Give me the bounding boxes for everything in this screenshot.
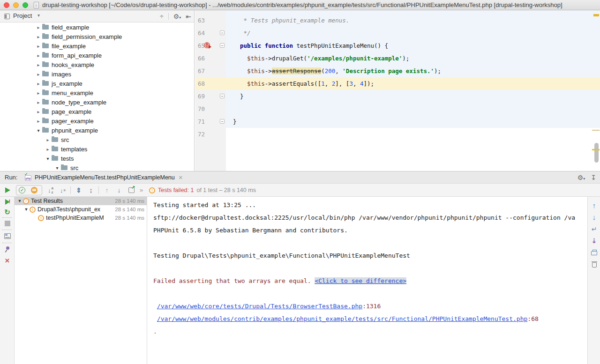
fold-marker-icon[interactable] xyxy=(220,43,225,48)
gear-icon[interactable]: ⚙▾ xyxy=(173,13,181,20)
next-failed-test-icon[interactable]: ↓ xyxy=(114,184,124,197)
collapse-all-icon[interactable]: ÷ xyxy=(160,13,164,20)
close-run-panel-icon[interactable]: ✕ xyxy=(0,256,15,265)
up-the-stack-trace-icon[interactable]: ↑ xyxy=(588,201,600,210)
titlebar[interactable]: drupal-testing-workshop [~/Code/os/drupa… xyxy=(0,0,600,10)
collapse-arrow-icon[interactable]: ▼ xyxy=(23,207,30,212)
code-line-69[interactable]: 69 } xyxy=(195,90,600,103)
show-passed-icon[interactable]: ✓ xyxy=(17,184,27,197)
stacktrace-file-link[interactable]: /var/www/web/core/tests/Drupal/Tests/Bro… xyxy=(157,303,362,310)
tree-item-js_example[interactable]: ▸js_example xyxy=(0,79,194,88)
expand-arrow-icon[interactable]: ▸ xyxy=(35,44,42,49)
tree-item-pager_example[interactable]: ▸pager_example xyxy=(0,116,194,126)
code-line-64[interactable]: 64 */ xyxy=(195,27,600,39)
test-tree-row-2[interactable]: !testPhpUnitExampleM28 s 140 ms xyxy=(15,214,147,222)
sort-by-duration-icon[interactable]: ↓≡ xyxy=(58,184,68,197)
hide-panel-icon[interactable]: ⇤ xyxy=(186,13,191,20)
code-line-65[interactable]: 65! public function testPhpUnitExampleMe… xyxy=(195,39,600,52)
fold-marker-icon[interactable] xyxy=(220,30,225,35)
tree-item-node_type_example[interactable]: ▸node_type_example xyxy=(0,97,194,107)
expand-arrow-icon[interactable]: ▸ xyxy=(35,62,42,67)
expand-arrow-icon[interactable]: ▸ xyxy=(35,72,42,77)
expand-arrow-icon[interactable]: ▸ xyxy=(35,100,42,105)
tree-item-field_example[interactable]: ▸field_example xyxy=(0,22,194,32)
run-configuration-tab[interactable]: php✓ PHPUnitExampleMenuTest.testPhpUnitE… xyxy=(21,171,187,184)
scrollbar-warning-mark[interactable] xyxy=(592,130,600,131)
rerun-failed-tests-icon[interactable] xyxy=(0,198,15,206)
fold-marker-icon[interactable] xyxy=(220,94,225,98)
tree-item-hooks_example[interactable]: ▸hooks_example xyxy=(0,60,194,69)
code-line-70[interactable]: 70 xyxy=(195,103,600,115)
tree-item-src[interactable]: ▸src xyxy=(0,135,194,144)
tree-item-phpunit_example[interactable]: ▾phpunit_example xyxy=(0,126,194,135)
code-line-68[interactable]: 68 $this->assertEquals([1, 2], [3, 4]); xyxy=(195,77,600,90)
soft-wrap-icon[interactable]: ↵ xyxy=(588,224,600,234)
line-number[interactable]: 72 xyxy=(198,128,209,141)
line-number[interactable]: 64 xyxy=(198,27,209,39)
see-difference-link[interactable]: <Click to see difference> xyxy=(315,277,406,284)
expand-all-icon[interactable]: ⇕ xyxy=(74,184,83,197)
editor-scrollbar-thumb[interactable] xyxy=(594,143,599,163)
failed-test-run-icon[interactable]: ! xyxy=(204,42,210,48)
code-editor[interactable]: 63 * Tests phpunit_example menus.64 */65… xyxy=(195,10,600,171)
down-the-stack-trace-icon[interactable]: ↓ xyxy=(588,212,600,222)
tree-item-images[interactable]: ▸images xyxy=(0,69,194,79)
restore-layout-icon[interactable] xyxy=(0,232,15,240)
collapse-arrow-icon[interactable]: ▾ xyxy=(35,128,42,133)
collapse-arrow-icon[interactable]: ▾ xyxy=(44,156,52,161)
expand-arrow-icon[interactable]: ▸ xyxy=(35,90,42,96)
tree-item-tests[interactable]: ▾tests xyxy=(0,154,194,163)
previous-failed-test-icon[interactable]: ↑ xyxy=(102,184,112,197)
test-console[interactable]: Testing started at 13:25 ...sftp://docke… xyxy=(147,197,587,364)
expand-arrow-icon[interactable]: ▸ xyxy=(44,147,52,152)
collapse-arrow-icon[interactable]: ▾ xyxy=(53,165,61,171)
code-line-66[interactable]: 66 $this->drupalGet('/examples/phpunit-e… xyxy=(195,52,600,65)
tree-item-file_example[interactable]: ▸file_example xyxy=(0,41,194,51)
tree-item-page_example[interactable]: ▸page_example xyxy=(0,107,194,116)
project-view-dropdown-icon[interactable]: ▾ xyxy=(38,13,40,18)
tree-item-field_permission_example[interactable]: ▸field_permission_example xyxy=(0,32,194,41)
fold-marker-icon[interactable] xyxy=(220,119,225,124)
tree-item-menu_example[interactable]: ▸menu_example xyxy=(0,88,194,97)
expand-arrow-icon[interactable]: ▸ xyxy=(44,137,52,142)
line-number[interactable]: 69 xyxy=(198,90,209,103)
inspection-status-indicator[interactable] xyxy=(593,14,599,16)
show-ignored-icon[interactable] xyxy=(30,184,39,197)
line-number[interactable]: 71 xyxy=(198,115,209,128)
expand-arrow-icon[interactable]: ▸ xyxy=(35,53,42,58)
zoom-window-button[interactable] xyxy=(22,2,28,8)
tree-item-templates[interactable]: ▸templates xyxy=(0,144,194,154)
line-number[interactable]: 66 xyxy=(198,52,209,65)
expand-arrow-icon[interactable]: ▸ xyxy=(35,109,42,114)
test-tree-row-1[interactable]: ▼!Drupal\Tests\phpunit_ex28 s 140 ms xyxy=(15,205,147,214)
line-number[interactable]: 68 xyxy=(198,77,209,90)
stacktrace-file-link[interactable]: /var/www/web/modules/contrib/examples/ph… xyxy=(157,315,528,322)
code-line-72[interactable]: 72 xyxy=(195,128,600,141)
more-actions-icon[interactable]: » xyxy=(140,184,143,197)
expand-arrow-icon[interactable]: ▸ xyxy=(35,34,42,39)
project-panel-title[interactable]: Project xyxy=(13,12,32,19)
pin-tab-icon[interactable] xyxy=(0,245,15,253)
code-line-67[interactable]: 67 $this->assertResponse(200, 'Descripti… xyxy=(195,65,600,77)
tree-item-form_api_example[interactable]: ▸form_api_example xyxy=(0,51,194,60)
stop-button[interactable] xyxy=(0,219,15,228)
test-tree-row-0[interactable]: ▼!Test Results28 s 140 ms xyxy=(15,197,147,205)
print-icon[interactable] xyxy=(588,248,600,257)
expand-arrow-icon[interactable]: ▸ xyxy=(35,25,42,30)
close-tab-icon[interactable]: ✕ xyxy=(179,175,183,181)
expand-arrow-icon[interactable]: ▸ xyxy=(35,81,42,86)
expand-arrow-icon[interactable]: ▸ xyxy=(35,119,42,124)
line-number[interactable]: 70 xyxy=(198,103,209,115)
toggle-auto-test-icon[interactable]: ↻ xyxy=(0,208,15,216)
hide-run-panel-icon[interactable]: ↧ xyxy=(591,174,596,181)
code-line-63[interactable]: 63 * Tests phpunit_example menus. xyxy=(195,14,600,27)
import-test-results-icon[interactable] xyxy=(127,184,136,197)
tree-item-src[interactable]: ▾src xyxy=(0,163,194,171)
minimize-window-button[interactable] xyxy=(13,2,19,8)
close-window-button[interactable] xyxy=(4,2,9,8)
rerun-button[interactable] xyxy=(3,184,12,197)
clear-all-icon[interactable] xyxy=(588,260,600,269)
line-number[interactable]: 63 xyxy=(198,14,209,27)
sort-alphabetically-icon[interactable]: ↓az xyxy=(46,184,55,197)
scrollbar-warning-mark-2[interactable] xyxy=(592,149,600,150)
